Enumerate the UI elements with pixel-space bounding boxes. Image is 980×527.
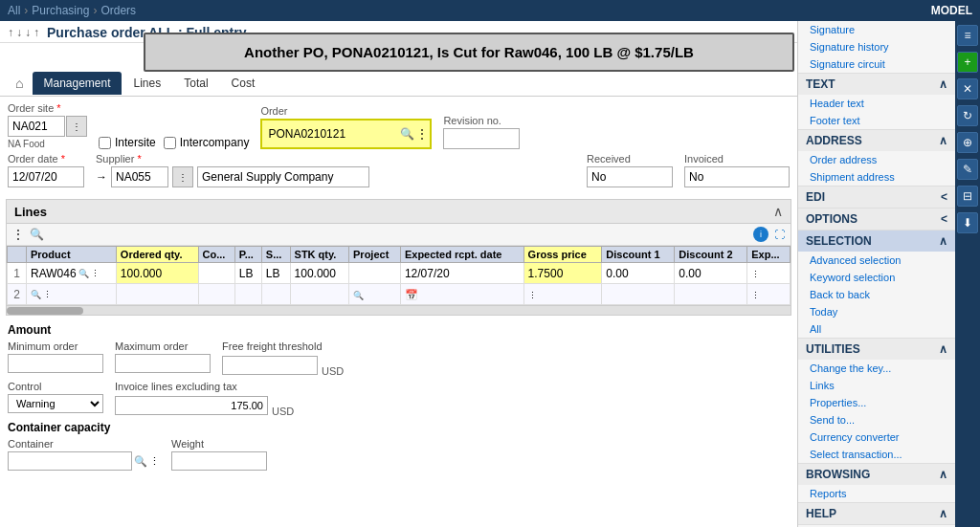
reports-link[interactable]: Reports (798, 485, 955, 502)
nav-down-icon[interactable]: ↓ (16, 26, 22, 39)
nav-up2-icon[interactable]: ↑ (33, 26, 39, 39)
utilities-section-header[interactable]: UTILITIES ∧ (798, 339, 955, 360)
properties-link[interactable]: Properties... (798, 394, 955, 411)
row1-exp[interactable]: ⋮ (747, 263, 791, 284)
text-section-header[interactable]: TEXT ∧ (798, 74, 955, 95)
order-site-input[interactable] (8, 116, 65, 137)
row1-project[interactable] (349, 263, 401, 284)
lines-menu-icon[interactable]: ⋮ (12, 228, 24, 241)
row1-product-menu[interactable]: ⋮ (91, 269, 100, 278)
far-right-zoom-btn[interactable]: ⊕ (957, 132, 978, 153)
row2-calendar-icon[interactable]: 📅 (405, 289, 418, 300)
tab-cost[interactable]: Cost (221, 72, 266, 95)
row1-ordered-qty[interactable]: 100.000 (116, 263, 198, 284)
row2-exp-rcpt[interactable]: 📅 (400, 284, 523, 305)
header-text-link[interactable]: Header text (798, 95, 955, 112)
supplier-input[interactable] (111, 166, 168, 187)
row1-stk-qty[interactable]: 100.000 (290, 263, 348, 284)
edi-section-header[interactable]: EDI < (798, 187, 955, 208)
row2-project-search[interactable]: 🔍 (353, 291, 364, 300)
revision-input[interactable] (443, 128, 520, 149)
row2-p[interactable] (234, 284, 261, 305)
nav-up-icon[interactable]: ↑ (8, 26, 13, 39)
far-right-close-btn[interactable]: ✕ (957, 78, 978, 99)
row2-gross-price[interactable]: ⋮ (523, 284, 602, 305)
container-input[interactable] (8, 451, 132, 471)
row1-product[interactable]: RAW046 🔍 ⋮ (27, 263, 117, 284)
row2-product-menu[interactable]: ⋮ (43, 290, 52, 299)
nav-down2-icon[interactable]: ↓ (25, 26, 31, 39)
lines-blue-icon[interactable]: i (753, 227, 768, 242)
far-right-edit-btn[interactable]: ✎ (957, 159, 978, 180)
signature-link[interactable]: Signature (798, 21, 955, 38)
row1-discount2[interactable]: 0.00 (675, 263, 747, 284)
order-menu-icon[interactable]: ⋮ (416, 127, 428, 141)
order-input[interactable] (264, 121, 398, 146)
back-to-back-link[interactable]: Back to back (798, 286, 955, 303)
free-freight-input[interactable] (222, 356, 318, 375)
row1-p[interactable]: LB (234, 263, 261, 284)
home-tab[interactable]: ⌂ (8, 74, 31, 93)
invoice-input[interactable] (115, 396, 268, 415)
far-right-download-btn[interactable]: ⬇ (957, 212, 978, 233)
browsing-section-header[interactable]: BROWSING ∧ (798, 464, 955, 485)
control-select[interactable]: Warning (8, 394, 103, 413)
row2-product[interactable]: 🔍 ⋮ (27, 284, 117, 305)
far-right-menu-btn[interactable]: ≡ (957, 25, 978, 46)
breadcrumb-all[interactable]: All (8, 4, 20, 17)
signature-circuit-link[interactable]: Signature circuit (798, 55, 955, 73)
far-right-delete-btn[interactable]: ⊟ (957, 186, 978, 207)
advanced-selection-link[interactable]: Advanced selection (798, 252, 955, 269)
row2-co[interactable] (198, 284, 234, 305)
select-transaction-link[interactable]: Select transaction... (798, 446, 955, 463)
order-address-link[interactable]: Order address (798, 151, 955, 168)
currency-converter-link[interactable]: Currency converter (798, 428, 955, 446)
shipment-address-link[interactable]: Shipment address (798, 168, 955, 186)
selection-section-header[interactable]: SELECTION ∧ (798, 231, 955, 252)
invoiced-input[interactable] (684, 166, 790, 187)
horizontal-scrollbar[interactable] (7, 305, 791, 315)
links-link[interactable]: Links (798, 377, 955, 394)
row2-discount2[interactable] (675, 284, 747, 305)
row1-product-search[interactable]: 🔍 (78, 269, 89, 278)
tab-management[interactable]: Management (33, 72, 121, 95)
lines-search-icon[interactable]: 🔍 (30, 228, 44, 241)
lines-collapse-btn[interactable]: ∧ (773, 204, 783, 219)
intersite-checkbox[interactable] (99, 137, 111, 149)
max-order-input[interactable] (115, 354, 211, 373)
supplier-name-input[interactable] (197, 166, 369, 187)
tab-lines[interactable]: Lines (123, 72, 172, 95)
row1-gross-price[interactable]: 1.7500 (523, 263, 602, 284)
row2-s[interactable] (261, 284, 290, 305)
address-section-header[interactable]: ADDRESS ∧ (798, 130, 955, 151)
row2-exp-menu[interactable]: ⋮ (751, 291, 760, 300)
breadcrumb-orders[interactable]: Orders (100, 4, 136, 17)
signature-history-link[interactable]: Signature history (798, 38, 955, 55)
row2-stk-qty[interactable] (290, 284, 348, 305)
far-right-refresh-btn[interactable]: ↻ (957, 105, 978, 126)
row1-exp-menu[interactable]: ⋮ (751, 270, 760, 279)
row2-product-search[interactable]: 🔍 (31, 290, 41, 299)
order-site-menu-btn[interactable]: ⋮ (66, 116, 87, 137)
nav-icons[interactable]: ↑ ↓ ↓ ↑ (8, 26, 39, 39)
today-link[interactable]: Today (798, 303, 955, 320)
container-menu-icon[interactable]: ⋮ (149, 455, 160, 468)
options-section-header[interactable]: OPTIONS < (798, 209, 955, 230)
change-key-link[interactable]: Change the key... (798, 360, 955, 377)
send-to-link[interactable]: Send to... (798, 411, 955, 428)
row2-exp[interactable]: ⋮ (747, 284, 791, 305)
supplier-menu-btn[interactable]: ⋮ (172, 166, 193, 187)
received-input[interactable] (587, 166, 673, 187)
lines-expand-icon[interactable]: ⛶ (774, 229, 785, 240)
row1-co[interactable] (198, 263, 234, 284)
order-search-icon[interactable]: 🔍 (400, 127, 414, 141)
intercompany-checkbox[interactable] (164, 137, 176, 149)
all-link[interactable]: All (798, 320, 955, 338)
row2-project[interactable]: 🔍 (349, 284, 401, 305)
far-right-add-btn[interactable]: + (957, 52, 978, 73)
row1-s[interactable]: LB (261, 263, 290, 284)
scrollbar-thumb[interactable] (7, 307, 83, 315)
row2-discount1[interactable] (602, 284, 675, 305)
breadcrumb-purchasing[interactable]: Purchasing (32, 4, 89, 17)
row1-exp-rcpt[interactable]: 12/07/20 (400, 263, 523, 284)
